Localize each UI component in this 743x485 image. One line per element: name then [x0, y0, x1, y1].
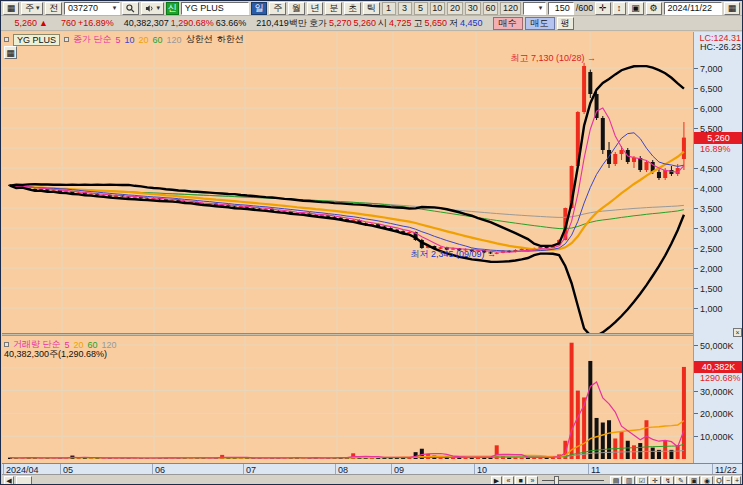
sell-button[interactable]: 매도	[525, 17, 555, 30]
search-icon[interactable]	[122, 2, 139, 15]
new-listing-badge: 신	[166, 2, 179, 15]
tool-grid-icon[interactable]: ▣	[688, 476, 700, 485]
axis-tick-label: 10,000K	[700, 432, 734, 442]
chart-area: YG PLUS 종가 단순 5 10 20 60 120 상한선 하한선 ▦ 최…	[2, 32, 743, 485]
tool-cross-icon[interactable]: ✛	[649, 476, 661, 485]
chart-plot[interactable]: YG PLUS 종가 단순 5 10 20 60 120 상한선 하한선 ▦ 최…	[2, 32, 693, 463]
interval-10[interactable]: 10	[430, 2, 446, 15]
pane-splitter[interactable]	[2, 333, 743, 336]
avg-button[interactable]: 평	[557, 17, 574, 30]
axis-tick-mark	[694, 128, 698, 129]
price-axis-panel[interactable]: LC:124.31 HC:-26.23 5,260 16.89% 40,382K…	[693, 32, 743, 463]
interval-5[interactable]: 5	[414, 2, 428, 15]
interval-30[interactable]: 30	[465, 2, 481, 15]
axis-tick-label: 20,000K	[700, 409, 734, 419]
chevron-down-icon[interactable]: ▾	[113, 4, 117, 12]
zoom-in-button[interactable]: +	[733, 476, 741, 485]
rewind-icon[interactable]: «	[503, 476, 514, 485]
axis-tick-label: 5,500	[700, 124, 723, 134]
axis-tick-mark	[694, 436, 698, 437]
zoom-out-button[interactable]: −	[724, 476, 732, 485]
save-icon[interactable]: ▣	[628, 2, 644, 15]
speaker-icon[interactable]: ▾	[141, 2, 164, 15]
gear-icon[interactable]: ⚙	[646, 2, 662, 15]
tool-layout-icon[interactable]: ▥	[623, 476, 635, 485]
hc-value: HC:-26.23	[700, 42, 741, 52]
bar-count-max-label: /600	[576, 3, 594, 13]
period-yearly-tab[interactable]: 년	[307, 2, 324, 15]
symbol-code-input[interactable]: 037270▾	[64, 2, 120, 15]
legend-lower-band: 하한선	[217, 33, 244, 46]
legend-ma60: 60	[153, 35, 163, 45]
tool-target-icon[interactable]: ◉	[701, 476, 713, 485]
legend-ma10: 10	[125, 35, 135, 45]
period-minute-tab[interactable]: 분	[325, 2, 342, 15]
crosshair-icon[interactable]: ✛	[595, 2, 610, 15]
axis-tick-mark	[694, 268, 698, 269]
period-monthly-tab[interactable]: 월	[288, 2, 305, 15]
grid-toggle-icon[interactable]: ▦	[4, 46, 17, 59]
buy-button[interactable]: 매수	[493, 17, 523, 30]
account-type-combo[interactable]: 주▾	[21, 2, 43, 15]
period-daily-tab[interactable]: 일	[251, 2, 268, 15]
checkbox-icon[interactable]	[64, 37, 69, 42]
date-axis[interactable]: 2024/040506070809101111/22	[2, 463, 743, 474]
checkbox-icon[interactable]	[4, 37, 9, 42]
scrollbar-thumb[interactable]	[16, 476, 32, 485]
scroll-left-icon[interactable]: ◀	[4, 476, 14, 485]
stock-name-field[interactable]: YG PLUS	[181, 2, 249, 15]
zoom-slider-thumb[interactable]	[554, 476, 559, 485]
date-input[interactable]: 2024/11/22	[664, 2, 722, 15]
axis-tick-mark	[694, 168, 698, 169]
open-label: 시	[378, 17, 387, 30]
chevron-down-icon: ▾	[36, 4, 40, 12]
axis-tick-label: 1,000	[700, 304, 723, 314]
magnifier-icon[interactable]: Q	[715, 476, 723, 485]
period-weekly-tab[interactable]: 주	[269, 2, 286, 15]
axis-tick-mark	[694, 308, 698, 309]
tool-panel-icon[interactable]: ▤	[610, 476, 622, 485]
interval-1[interactable]: 1	[382, 2, 396, 15]
bar-count-input[interactable]: 150	[548, 2, 573, 15]
axis-tick-label: 6,500	[700, 84, 723, 94]
axis-tick-label: 3,500	[700, 204, 723, 214]
low-label: 저	[449, 17, 458, 30]
price-change-pct: +16.89%	[78, 18, 114, 28]
empty-combo[interactable]: ▾	[523, 2, 546, 15]
current-volume-marker: 40,382K	[694, 361, 743, 373]
legend-ma5: 5	[116, 35, 121, 45]
axis-tick-label: 1,500	[700, 284, 723, 294]
zoom-slider-track[interactable]	[542, 480, 604, 481]
legend-ma20: 20	[139, 35, 149, 45]
tool-draw-icon[interactable]: ✎	[675, 476, 687, 485]
tool-trend-icon[interactable]: ↯	[662, 476, 674, 485]
play-icon[interactable]: ▶	[491, 476, 502, 485]
period-second-tab[interactable]: 초	[344, 2, 361, 15]
chart-menu-icon[interactable]: ▦	[3, 2, 19, 15]
scale-icon[interactable]: ↕	[613, 2, 626, 15]
checkbox-icon[interactable]	[4, 342, 9, 347]
stop-icon[interactable]: ■	[515, 476, 526, 485]
high-label: 고	[413, 17, 422, 30]
legend-symbol[interactable]: YG PLUS	[13, 34, 60, 46]
trade-value: 210,419백만	[256, 17, 307, 30]
close-icon[interactable]: ×	[733, 328, 742, 337]
volume-value: 40,382,307	[124, 18, 169, 28]
interval-20[interactable]: 20	[447, 2, 463, 15]
period-tick-tab[interactable]: 틱	[363, 2, 380, 15]
high-annotation: 최고 7,130 (10/28) →	[444, 52, 596, 65]
high-price: 5,650	[424, 18, 447, 28]
volume-ratio: 1,290.68%	[171, 18, 214, 28]
interval-60[interactable]: 60	[483, 2, 499, 15]
calendar-icon[interactable]: ▦	[724, 2, 740, 15]
interval-3[interactable]: 3	[398, 2, 412, 15]
axis-tick-mark	[694, 228, 698, 229]
legend-ma120: 120	[167, 35, 182, 45]
fast-forward-icon[interactable]: »	[527, 476, 538, 485]
interval-120[interactable]: 120	[500, 2, 521, 15]
jeon-button[interactable]: 전	[45, 2, 62, 15]
axis-tick-label: 50,000K	[700, 341, 734, 351]
axis-tick-label: 4,500	[700, 164, 723, 174]
tool-check-icon[interactable]: ☑	[636, 476, 648, 485]
candlestick-chart	[2, 32, 693, 460]
